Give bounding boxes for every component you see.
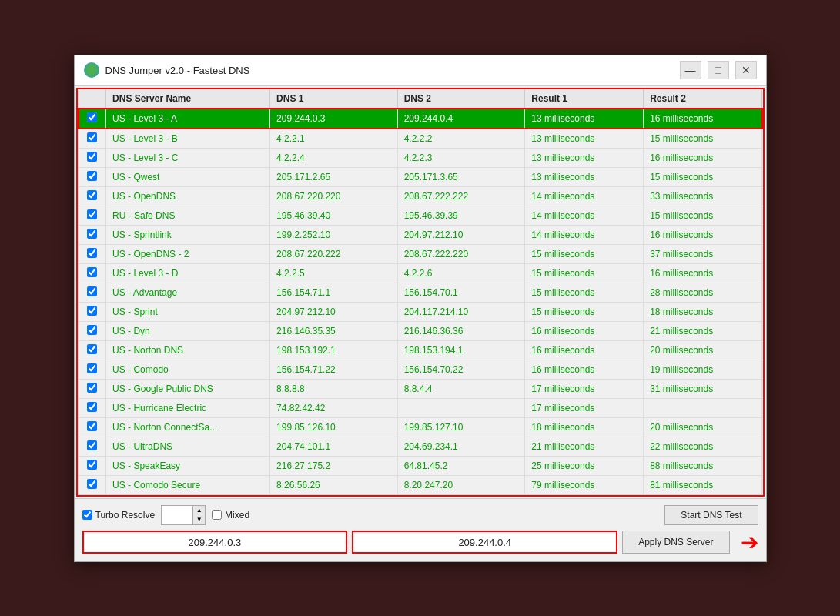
row-checkbox[interactable]: [87, 344, 97, 354]
row-dns-name: US - Level 3 - B: [106, 129, 270, 149]
row-dns-name: US - UltraDNS: [106, 437, 270, 456]
row-dns-name: US - Comodo Secure: [106, 475, 270, 494]
main-window: DNS Jumper v2.0 - Fastest DNS — □ ✕ DNS …: [74, 55, 767, 562]
row-dns1: 216.146.35.35: [270, 321, 398, 340]
row-dns1: 4.2.2.5: [270, 263, 398, 283]
table-row[interactable]: US - Comodo156.154.71.22156.154.70.2216 …: [79, 360, 762, 379]
table-row[interactable]: US - Dyn216.146.35.35216.146.36.3616 mil…: [79, 321, 762, 340]
row-result1: 15 milliseconds: [525, 302, 644, 321]
row-checkbox[interactable]: [87, 132, 97, 142]
row-dns1: 199.2.252.10: [270, 225, 398, 244]
row-result2: 16 milliseconds: [644, 225, 762, 244]
col-header-result2: Result 2: [644, 89, 762, 109]
row-checkbox[interactable]: [87, 460, 97, 470]
row-checkbox[interactable]: [87, 112, 97, 122]
window-controls: — □ ✕: [680, 61, 757, 79]
table-row[interactable]: US - Level 3 - A209.244.0.3209.244.0.413…: [79, 109, 762, 129]
spin-up-button[interactable]: ▲: [192, 506, 205, 515]
row-checkbox[interactable]: [87, 383, 97, 393]
row-result2: 28 milliseconds: [644, 283, 762, 302]
row-checkbox[interactable]: [87, 190, 97, 200]
mixed-checkbox[interactable]: [212, 510, 222, 520]
row-dns-name: US - Dyn: [106, 321, 270, 340]
row-dns2: 4.2.2.2: [397, 129, 525, 149]
table-row[interactable]: US - Level 3 - D4.2.2.54.2.2.615 millise…: [79, 263, 762, 283]
row-checkbox[interactable]: [87, 248, 97, 258]
maximize-button[interactable]: □: [708, 61, 729, 79]
table-row[interactable]: US - Qwest205.171.2.65205.171.3.6513 mil…: [79, 167, 762, 186]
spin-down-button[interactable]: ▼: [192, 515, 205, 524]
row-checkbox[interactable]: [87, 152, 97, 162]
table-row[interactable]: US - Level 3 - B4.2.2.14.2.2.213 millise…: [79, 129, 762, 149]
turbo-value-input[interactable]: 300: [162, 506, 192, 524]
row-dns-name: US - Qwest: [106, 167, 270, 186]
minimize-button[interactable]: —: [680, 61, 701, 79]
table-row[interactable]: US - Google Public DNS8.8.8.88.8.4.417 m…: [79, 379, 762, 398]
row-dns1: 8.26.56.26: [270, 475, 398, 494]
window-title: DNS Jumper v2.0 - Fastest DNS: [105, 65, 680, 76]
apply-dns-button[interactable]: Apply DNS Server: [622, 531, 729, 554]
row-dns2: 216.146.36.36: [397, 321, 525, 340]
dns1-input[interactable]: [82, 531, 348, 554]
row-result2: 22 milliseconds: [644, 437, 762, 456]
table-row[interactable]: US - OpenDNS208.67.220.220208.67.222.222…: [79, 186, 762, 206]
row-result2: 33 milliseconds: [644, 186, 762, 206]
table-row[interactable]: US - Comodo Secure8.26.56.268.20.247.207…: [79, 475, 762, 494]
row-result1: 17 milliseconds: [525, 379, 644, 398]
row-dns2: 64.81.45.2: [397, 456, 525, 475]
row-dns2: 8.8.4.4: [397, 379, 525, 398]
row-checkbox[interactable]: [87, 171, 97, 181]
row-checkbox-cell: [79, 379, 106, 398]
row-checkbox[interactable]: [87, 209, 97, 219]
row-checkbox[interactable]: [87, 402, 97, 412]
row-dns-name: US - Norton DNS: [106, 340, 270, 360]
row-result2: 37 milliseconds: [644, 244, 762, 263]
row-checkbox-cell: [79, 244, 106, 263]
table-row[interactable]: RU - Safe DNS195.46.39.40195.46.39.3914 …: [79, 206, 762, 225]
row-checkbox[interactable]: [87, 325, 97, 335]
start-dns-button[interactable]: Start DNS Test: [664, 505, 758, 525]
bottom-row-dns: Apply DNS Server ➔: [82, 530, 758, 555]
row-checkbox-cell: [79, 283, 106, 302]
turbo-resolve-label[interactable]: Turbo Resolve: [82, 510, 156, 521]
turbo-resolve-text: Turbo Resolve: [95, 510, 156, 521]
row-checkbox[interactable]: [87, 479, 97, 489]
row-result2: 16 milliseconds: [644, 109, 762, 129]
table-row[interactable]: US - Sprintlink199.2.252.10204.97.212.10…: [79, 225, 762, 244]
table-row[interactable]: US - Level 3 - C4.2.2.44.2.2.313 millise…: [79, 148, 762, 167]
row-checkbox[interactable]: [87, 363, 97, 373]
row-checkbox-cell: [79, 109, 106, 129]
row-dns1: 156.154.71.1: [270, 283, 398, 302]
row-dns1: 216.27.175.2: [270, 456, 398, 475]
row-checkbox[interactable]: [87, 306, 97, 316]
row-result2: 15 milliseconds: [644, 206, 762, 225]
table-row[interactable]: US - UltraDNS204.74.101.1204.69.234.121 …: [79, 437, 762, 456]
mixed-text: Mixed: [225, 510, 249, 521]
row-checkbox[interactable]: [87, 286, 97, 296]
row-checkbox[interactable]: [87, 440, 97, 450]
table-row[interactable]: US - Hurricane Electric74.82.42.4217 mil…: [79, 398, 762, 417]
table-row[interactable]: US - Norton DNS198.153.192.1198.153.194.…: [79, 340, 762, 360]
close-button[interactable]: ✕: [735, 61, 757, 79]
row-result1: 15 milliseconds: [525, 244, 644, 263]
row-checkbox[interactable]: [87, 421, 97, 431]
table-row[interactable]: US - Advantage156.154.71.1156.154.70.115…: [79, 283, 762, 302]
table-row[interactable]: US - SpeakEasy216.27.175.264.81.45.225 m…: [79, 456, 762, 475]
row-dns-name: US - Comodo: [106, 360, 270, 379]
row-dns1: 208.67.220.220: [270, 186, 398, 206]
row-result2: 19 milliseconds: [644, 360, 762, 379]
row-dns2: 4.2.2.6: [397, 263, 525, 283]
turbo-resolve-checkbox[interactable]: [82, 510, 92, 520]
table-row[interactable]: US - Norton ConnectSa...199.85.126.10199…: [79, 417, 762, 437]
table-row[interactable]: US - Sprint204.97.212.10204.117.214.1015…: [79, 302, 762, 321]
row-result2: 18 milliseconds: [644, 302, 762, 321]
dns-table-container[interactable]: DNS Server Name DNS 1 DNS 2 Result 1 Res…: [76, 88, 765, 497]
mixed-label[interactable]: Mixed: [212, 510, 249, 521]
row-dns2: 208.67.222.222: [397, 186, 525, 206]
table-row[interactable]: US - OpenDNS - 2208.67.220.222208.67.222…: [79, 244, 762, 263]
dns2-input[interactable]: [352, 531, 617, 554]
row-dns-name: US - Google Public DNS: [106, 379, 270, 398]
row-dns2: 204.69.234.1: [397, 437, 525, 456]
row-checkbox[interactable]: [87, 267, 97, 277]
row-checkbox[interactable]: [87, 229, 97, 239]
